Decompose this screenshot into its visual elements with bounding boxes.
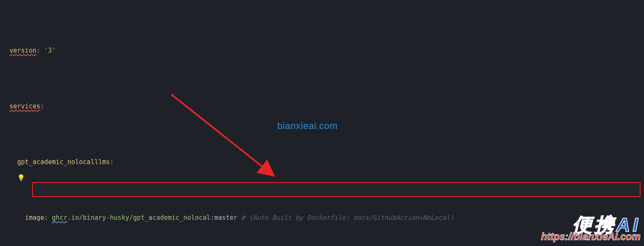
code-editor[interactable]: version: '3' services: gpt_academic_nolo… (0, 0, 644, 246)
lightbulb-icon[interactable]: 💡 (17, 171, 25, 185)
code-line: version: '3' (9, 44, 644, 58)
code-line: services: (9, 99, 644, 114)
code-line: image: ghcr.io/binary-husky/gpt_academic… (9, 211, 644, 225)
code-line: gpt_academic_nolocalllms: (9, 155, 644, 169)
